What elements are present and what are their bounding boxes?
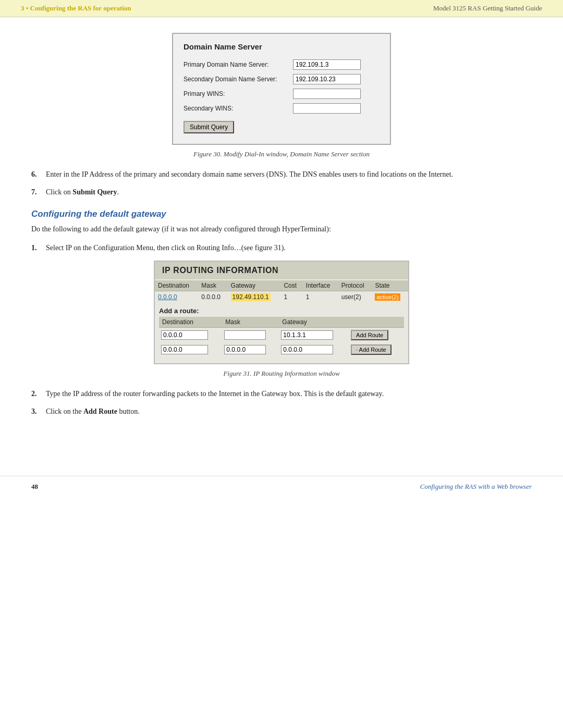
dns-primary-wins-input[interactable] — [293, 89, 361, 99]
add-col-mask: Mask — [222, 317, 279, 328]
add-col-action — [349, 317, 404, 328]
step-1-number: 1. — [31, 242, 46, 254]
add-route-button-1[interactable]: Add Route — [351, 330, 388, 340]
figure-31-caption: Figure 31. IP Routing Information window — [31, 369, 532, 378]
add-route-row-1: Add Route — [159, 327, 404, 342]
header-left: 3 • Configuring the RAS for operation — [21, 4, 131, 13]
step-2-text: Type the IP address of the router forwar… — [46, 388, 384, 400]
footer-page-number: 48 — [31, 483, 38, 491]
add-row1-action: Add Route — [349, 327, 404, 342]
cell-gateway: 192.49.110.1 — [228, 291, 281, 303]
add-row2-gateway — [279, 342, 349, 357]
step-7-number: 7. — [31, 187, 46, 198]
dns-secondary-row: Secondary Domain Name Server: — [183, 74, 380, 84]
step-3-number: 3. — [31, 406, 46, 417]
step-3-text: Click on the Add Route button. — [46, 406, 140, 417]
cell-state: active(2) — [372, 291, 408, 303]
state-highlight: active(2) — [375, 293, 400, 301]
step-3: 3. Click on the Add Route button. — [31, 406, 532, 417]
col-state: State — [372, 280, 408, 291]
step-1: 1. Select IP on the Configuration Menu, … — [31, 242, 532, 254]
dns-primary-label: Primary Domain Name Server: — [183, 61, 293, 68]
add-row1-gateway-input[interactable] — [281, 330, 333, 340]
dns-secondary-wins-input[interactable] — [293, 103, 361, 114]
add-row1-destination-input[interactable] — [161, 330, 208, 340]
add-route-label: Add a route: — [155, 303, 408, 317]
col-mask: Mask — [198, 280, 227, 291]
footer-right-text: Configuring the RAS with a Web browser — [420, 483, 532, 491]
col-protocol: Protocol — [338, 280, 372, 291]
section-heading: Configuring the default gateway — [31, 209, 532, 219]
col-interface: Interface — [303, 280, 338, 291]
add-row2-destination — [159, 342, 222, 357]
add-route-row-2: · Add Route — [159, 342, 404, 357]
step-6: 6. Enter in the IP Address of the primar… — [31, 169, 532, 180]
dns-primary-wins-row: Primary WINS: — [183, 89, 380, 99]
add-col-destination: Destination — [159, 317, 222, 328]
figure-30-caption: Figure 30. Modify Dial-In window, Domain… — [31, 150, 532, 158]
add-route-button-2[interactable]: · Add Route — [351, 344, 391, 355]
dns-primary-row: Primary Domain Name Server: — [183, 59, 380, 70]
step-6-text: Enter in the IP Address of the primary a… — [46, 169, 453, 180]
cell-destination: 0.0.0.0 — [155, 291, 198, 303]
add-row1-mask — [222, 327, 279, 342]
cell-mask: 0.0.0.0 — [198, 291, 227, 303]
col-destination: Destination — [155, 280, 198, 291]
main-content: Domain Name Server Primary Domain Name S… — [0, 17, 563, 445]
header-right: Model 3125 RAS Getting Started Guide — [433, 4, 542, 13]
destination-link[interactable]: 0.0.0.0 — [158, 293, 177, 301]
dns-primary-wins-label: Primary WINS: — [183, 90, 293, 97]
add-col-gateway: Gateway — [279, 317, 349, 328]
dns-secondary-wins-label: Secondary WINS: — [183, 105, 293, 112]
dns-secondary-input[interactable] — [293, 74, 361, 84]
add-row2-mask — [222, 342, 279, 357]
add-row2-gateway-input[interactable] — [281, 345, 333, 354]
routing-table: Destination Mask Gateway Cost Interface … — [155, 280, 408, 303]
col-cost: Cost — [280, 280, 302, 291]
dns-dialog-title: Domain Name Server — [183, 42, 380, 51]
gateway-highlight: 192.49.110.1 — [231, 293, 271, 301]
routing-title: IP ROUTING INFORMATION — [155, 262, 408, 279]
col-gateway: Gateway — [228, 280, 281, 291]
footer: 48 Configuring the RAS with a Web browse… — [0, 476, 563, 497]
cell-cost: 1 — [280, 291, 302, 303]
step-2: 2. Type the IP address of the router for… — [31, 388, 532, 400]
step-7-text: Click on Submit Query. — [46, 187, 119, 198]
submit-query-button[interactable]: Submit Query — [183, 121, 234, 133]
add-route-header-row: Destination Mask Gateway — [159, 317, 404, 328]
dns-secondary-label: Secondary Domain Name Server: — [183, 76, 293, 83]
dns-secondary-wins-row: Secondary WINS: — [183, 103, 380, 114]
add-row2-action: · Add Route — [349, 342, 404, 357]
add-row1-gateway — [279, 327, 349, 342]
cell-protocol: user(2) — [338, 291, 372, 303]
routing-table-row: 0.0.0.0 0.0.0.0 192.49.110.1 1 1 user(2)… — [155, 291, 408, 303]
add-row2-destination-input[interactable] — [161, 345, 208, 354]
routing-box: IP ROUTING INFORMATION Destination Mask … — [154, 261, 409, 364]
add-row1-destination — [159, 327, 222, 342]
add-row1-mask-input[interactable] — [224, 330, 266, 340]
dns-primary-input[interactable] — [293, 59, 361, 70]
add-route-table: Destination Mask Gateway — [159, 317, 404, 357]
dns-dialog: Domain Name Server Primary Domain Name S… — [172, 33, 391, 145]
step-6-number: 6. — [31, 169, 46, 180]
step-1-text: Select IP on the Configuration Menu, the… — [46, 242, 286, 254]
routing-table-header-row: Destination Mask Gateway Cost Interface … — [155, 280, 408, 291]
step-7: 7. Click on Submit Query. — [31, 187, 532, 198]
section-intro: Do the following to add the default gate… — [31, 224, 532, 235]
step-2-number: 2. — [31, 388, 46, 400]
cell-interface: 1 — [303, 291, 338, 303]
add-row2-mask-input[interactable] — [224, 345, 266, 354]
header-bar: 3 • Configuring the RAS for operation Mo… — [0, 0, 563, 17]
